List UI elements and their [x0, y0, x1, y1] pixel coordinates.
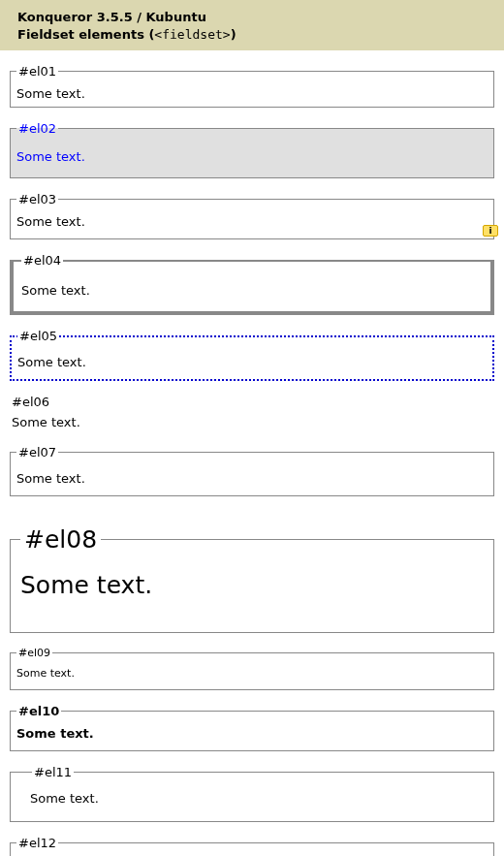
- content-el02: Some text.: [16, 149, 488, 164]
- fieldset-el01: #el01 Some text.: [10, 64, 494, 108]
- legend-el09: #el09: [16, 647, 52, 659]
- content-el04: Some text.: [21, 283, 483, 298]
- subtitle-prefix: Fieldset elements (: [17, 27, 154, 42]
- content-el07: Some text.: [16, 471, 488, 486]
- fieldset-el05: #el05 Some text.: [10, 329, 494, 381]
- content-el08: Some text.: [20, 571, 484, 599]
- content-el10: Some text.: [16, 726, 488, 741]
- legend-el01: #el01: [16, 64, 58, 79]
- fieldset-el02: #el02 Some text.: [10, 121, 494, 178]
- legend-el12: #el12: [16, 836, 58, 850]
- fieldset-el10: #el10 Some text.: [10, 704, 494, 751]
- content-el11: Some text.: [16, 791, 488, 806]
- header-subtitle: Fieldset elements (<fieldset>): [17, 26, 496, 44]
- content-el09: Some text.: [16, 667, 488, 680]
- legend-el04: #el04: [21, 253, 63, 268]
- fieldset-el07: #el07 Some text.: [10, 445, 494, 496]
- content-el01: Some text.: [16, 86, 488, 101]
- fieldset-el09: #el09 Some text.: [10, 647, 494, 690]
- content-el03: Some text.: [16, 214, 488, 229]
- legend-el10: #el10: [16, 704, 61, 718]
- fieldset-el06: #el06 Some text.: [10, 395, 494, 431]
- legend-el08: #el08: [20, 525, 101, 554]
- fieldset-el08: #el08 Some text.: [10, 525, 494, 633]
- fieldset-el12: #el12 Some text.: [10, 836, 494, 856]
- content-el06: Some text.: [12, 415, 492, 429]
- info-badge-icon: i: [483, 225, 498, 237]
- page-header: Konqueror 3.5.5 / Kubuntu Fieldset eleme…: [0, 0, 504, 50]
- legend-el06: #el06: [12, 395, 49, 409]
- legend-el05: #el05: [17, 329, 59, 343]
- legend-el07: #el07: [16, 445, 58, 460]
- header-title: Konqueror 3.5.5 / Kubuntu: [17, 9, 496, 26]
- content-el05: Some text.: [17, 355, 487, 369]
- fieldset-el03: #el03 Some text. i: [10, 192, 494, 239]
- fieldset-el11: #el11 Some text.: [10, 765, 494, 822]
- fieldset-container: #el01 Some text. #el02 Some text. #el03 …: [0, 50, 504, 856]
- subtitle-suffix: ): [231, 27, 236, 42]
- subtitle-code: <fieldset>: [154, 27, 230, 42]
- legend-el02: #el02: [16, 121, 58, 136]
- legend-el03: #el03: [16, 192, 58, 206]
- fieldset-el04: #el04 Some text.: [10, 253, 494, 315]
- legend-el11: #el11: [32, 765, 74, 779]
